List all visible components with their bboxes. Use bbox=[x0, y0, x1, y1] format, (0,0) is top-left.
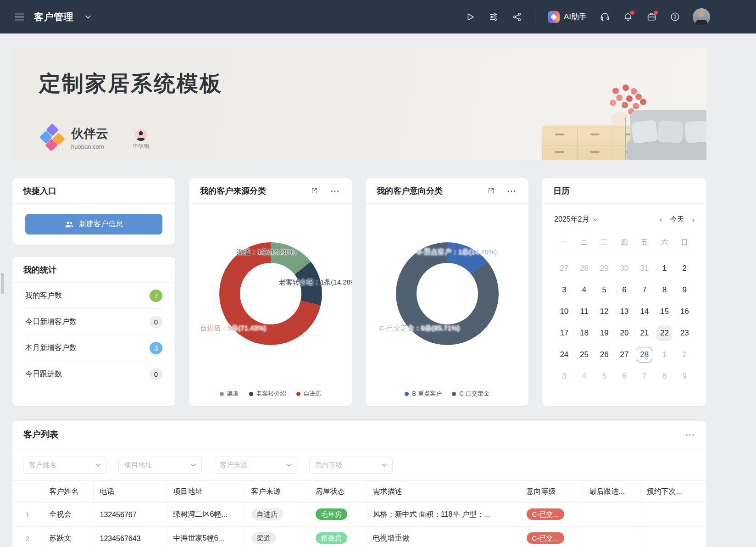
table-body: 1全祝会132456767绿树湾二区6幢...自进店毛坯房风格：新中式 面积：1… bbox=[12, 503, 706, 547]
filter-project-address[interactable]: 项目地址 bbox=[118, 457, 202, 474]
bell-badge bbox=[630, 11, 634, 15]
column-header[interactable]: 房屋状态 bbox=[309, 481, 366, 503]
stat-row[interactable]: 今日跟进数0 bbox=[25, 361, 162, 387]
column-header[interactable]: 客户来源 bbox=[245, 481, 309, 503]
calendar-day[interactable]: 27 bbox=[617, 347, 632, 363]
calendar-day[interactable]: 22 bbox=[656, 325, 672, 341]
calendar-day[interactable]: 21 bbox=[637, 325, 652, 341]
calendar-day[interactable]: 13 bbox=[617, 304, 632, 319]
column-header[interactable]: 预约下次... bbox=[640, 481, 706, 503]
calendar-day[interactable]: 18 bbox=[577, 325, 592, 341]
more-icon[interactable]: ⋯ bbox=[507, 189, 517, 193]
table-cell: 全祝会 bbox=[43, 503, 93, 527]
table-cell: C-已交... bbox=[520, 527, 583, 547]
play-icon[interactable] bbox=[465, 11, 476, 22]
legend-item[interactable]: C-已交定金 bbox=[452, 390, 489, 398]
stat-row[interactable]: 本月新增客户数3 bbox=[25, 335, 162, 361]
column-header[interactable] bbox=[12, 481, 43, 503]
calendar-card: 日历 2025年2月 ‹ 今天 › 一二三四五六日 27282930311234… bbox=[542, 178, 706, 406]
calendar-day[interactable]: 29 bbox=[596, 261, 612, 276]
legend-item[interactable]: 老客转介绍 bbox=[249, 390, 286, 398]
calendar-day[interactable]: 7 bbox=[637, 368, 652, 384]
help-icon[interactable] bbox=[669, 11, 680, 22]
calendar-day[interactable]: 1 bbox=[656, 261, 672, 276]
calendar-day[interactable]: 6 bbox=[617, 368, 632, 384]
filter-intent-level[interactable]: 意向等级 bbox=[309, 457, 393, 474]
calendar-day[interactable]: 2 bbox=[677, 347, 692, 363]
calendar-day[interactable]: 6 bbox=[617, 282, 632, 298]
chevron-down-icon bbox=[191, 463, 196, 467]
column-header[interactable]: 项目地址 bbox=[167, 481, 245, 503]
ai-assistant-button[interactable]: AI助手 bbox=[548, 11, 587, 23]
calendar-day[interactable]: 16 bbox=[677, 304, 692, 319]
calendar-day[interactable]: 11 bbox=[577, 304, 592, 319]
calendar-day[interactable]: 8 bbox=[656, 368, 672, 384]
calendar-day[interactable]: 7 bbox=[637, 282, 652, 298]
navbar-divider bbox=[535, 11, 535, 22]
next-month-button[interactable]: › bbox=[692, 215, 695, 224]
calendar-day[interactable]: 9 bbox=[677, 368, 692, 384]
calendar-day[interactable]: 1 bbox=[656, 347, 672, 363]
table-row[interactable]: 2苏跃文1234567643中海世家5幢6...渠道精装房电视墙重做C-已交..… bbox=[12, 527, 706, 547]
bell-icon[interactable] bbox=[623, 11, 634, 22]
column-header[interactable]: 电话 bbox=[93, 481, 167, 503]
calendar-day[interactable]: 30 bbox=[617, 261, 632, 276]
calendar-day[interactable]: 3 bbox=[556, 282, 572, 298]
more-icon[interactable]: ⋯ bbox=[685, 429, 695, 440]
legend-item[interactable]: 渠道 bbox=[220, 390, 239, 398]
calendar-day[interactable]: 19 bbox=[596, 325, 612, 341]
prev-month-button[interactable]: ‹ bbox=[659, 215, 662, 224]
calendar-day[interactable]: 5 bbox=[596, 368, 612, 384]
column-header[interactable]: 意向等级 bbox=[520, 481, 583, 503]
calendar-day[interactable]: 26 bbox=[596, 347, 612, 363]
filter-customer-name[interactable]: 客户姓名 bbox=[23, 457, 106, 474]
stat-label: 我的客户数 bbox=[25, 291, 62, 301]
stat-row[interactable]: 今日新增客户数0 bbox=[25, 309, 162, 335]
legend-item[interactable]: B-重点客户 bbox=[405, 390, 442, 398]
calendar-day[interactable]: 15 bbox=[656, 304, 672, 319]
calendar-day[interactable]: 3 bbox=[556, 368, 572, 384]
calendar-day[interactable]: 28 bbox=[637, 347, 652, 363]
scrollbar-thumb[interactable] bbox=[1, 273, 4, 294]
calendar-day[interactable]: 28 bbox=[577, 261, 592, 276]
today-button[interactable]: 今天 bbox=[670, 215, 684, 224]
calendar-day[interactable]: 31 bbox=[637, 261, 652, 276]
calendar-day[interactable]: 27 bbox=[556, 261, 572, 276]
calendar-day[interactable]: 25 bbox=[577, 347, 592, 363]
open-external-icon[interactable] bbox=[311, 187, 318, 195]
calendar-day[interactable]: 9 bbox=[677, 282, 692, 298]
filter-customer-source[interactable]: 客户来源 bbox=[214, 457, 297, 474]
customer-list-panel: 客户列表 ⋯ 客户姓名 项目地址 客户来源 意向等级 bbox=[12, 421, 706, 547]
column-header[interactable]: 最后跟进... bbox=[583, 481, 640, 503]
calendar-day[interactable]: 5 bbox=[596, 282, 612, 298]
legend-item[interactable]: 自进店 bbox=[296, 390, 322, 398]
calendar-day[interactable]: 4 bbox=[577, 368, 592, 384]
column-header[interactable]: 客户姓名 bbox=[43, 481, 93, 503]
calendar-day[interactable]: 23 bbox=[677, 325, 692, 341]
calendar-day[interactable]: 20 bbox=[617, 325, 632, 341]
more-icon[interactable]: ⋯ bbox=[330, 189, 340, 193]
table-row[interactable]: 1全祝会132456767绿树湾二区6幢...自进店毛坯房风格：新中式 面积：1… bbox=[12, 503, 706, 527]
new-customer-button[interactable]: 新建客户信息 bbox=[25, 214, 162, 234]
chevron-down-icon[interactable] bbox=[83, 11, 94, 22]
calendar-day[interactable]: 14 bbox=[637, 304, 652, 319]
user-avatar[interactable] bbox=[693, 8, 710, 26]
table-cell: 精装房 bbox=[309, 527, 366, 547]
column-header[interactable]: 需求描述 bbox=[366, 481, 520, 503]
sliders-icon[interactable] bbox=[488, 11, 499, 22]
share-icon[interactable] bbox=[511, 11, 523, 22]
calendar-day[interactable]: 24 bbox=[556, 347, 572, 363]
table-cell: 中海世家5幢6... bbox=[167, 527, 245, 547]
headset-icon[interactable] bbox=[599, 11, 610, 22]
briefcase-icon[interactable] bbox=[646, 11, 657, 22]
calendar-day[interactable]: 17 bbox=[556, 325, 572, 341]
calendar-day[interactable]: 8 bbox=[656, 282, 672, 298]
calendar-day[interactable]: 12 bbox=[596, 304, 612, 319]
stat-row[interactable]: 我的客户数7 bbox=[25, 283, 162, 309]
open-external-icon[interactable] bbox=[487, 187, 495, 195]
calendar-day[interactable]: 4 bbox=[577, 282, 592, 298]
calendar-day[interactable]: 10 bbox=[556, 304, 572, 319]
calendar-day[interactable]: 2 bbox=[677, 261, 692, 276]
menu-icon[interactable] bbox=[14, 11, 25, 22]
month-selector[interactable]: 2025年2月 bbox=[554, 215, 598, 224]
